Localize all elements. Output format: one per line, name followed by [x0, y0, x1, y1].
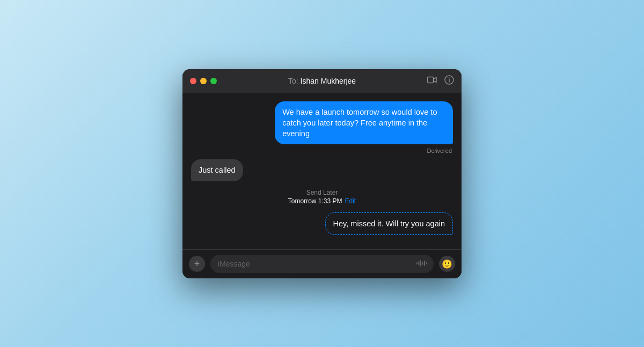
send-later-time: Tomorrow 1:33 PM — [288, 197, 342, 205]
add-icon: + — [194, 259, 200, 270]
info-icon[interactable] — [444, 75, 454, 87]
delivered-status: Delivered — [191, 147, 453, 154]
waveform-icon — [416, 259, 428, 269]
svg-rect-7 — [424, 261, 425, 266]
to-label: To: — [288, 77, 298, 85]
minimize-button[interactable] — [200, 78, 207, 84]
message-input-field[interactable]: iMessage — [210, 255, 434, 273]
input-placeholder: iMessage — [218, 260, 250, 268]
svg-point-2 — [449, 77, 450, 78]
input-area: + iMessage 🙂 — [182, 249, 462, 278]
message-row: We have a launch tomorrow so would love … — [191, 101, 453, 145]
close-button[interactable] — [190, 78, 196, 84]
messages-area: We have a launch tomorrow so would love … — [182, 93, 462, 249]
svg-rect-6 — [422, 262, 423, 265]
svg-rect-0 — [428, 77, 434, 83]
recipient-name: Ishan Mukherjee — [301, 77, 356, 85]
traffic-lights — [190, 78, 217, 84]
svg-rect-4 — [419, 261, 420, 265]
titlebar-center: To: Ishan Mukherjee — [288, 77, 356, 85]
emoji-button[interactable]: 🙂 — [439, 256, 455, 272]
send-later-time-row: Tomorrow 1:33 PM Edit — [288, 197, 356, 205]
titlebar-actions — [427, 75, 454, 87]
emoji-icon: 🙂 — [442, 259, 452, 269]
titlebar: To: Ishan Mukherjee — [182, 69, 462, 93]
maximize-button[interactable] — [210, 78, 217, 84]
add-button[interactable]: + — [189, 256, 205, 272]
scheduled-bubble: Hey, missed it. Will try you again — [325, 212, 453, 235]
received-bubble-1: Just called — [191, 159, 243, 181]
video-call-icon[interactable] — [427, 76, 437, 86]
send-later-block: Send Later Tomorrow 1:33 PM Edit — [191, 189, 453, 205]
imessage-window: To: Ishan Mukherjee We have a la — [182, 69, 462, 278]
send-later-label: Send Later — [306, 189, 338, 196]
svg-rect-5 — [420, 260, 421, 267]
svg-rect-3 — [416, 262, 418, 264]
sent-bubble-1: We have a launch tomorrow so would love … — [275, 101, 453, 145]
edit-button[interactable]: Edit — [345, 197, 356, 205]
message-row: Hey, missed it. Will try you again — [191, 212, 453, 235]
svg-rect-8 — [426, 262, 427, 264]
svg-rect-9 — [428, 263, 428, 264]
message-row: Just called — [191, 159, 453, 181]
